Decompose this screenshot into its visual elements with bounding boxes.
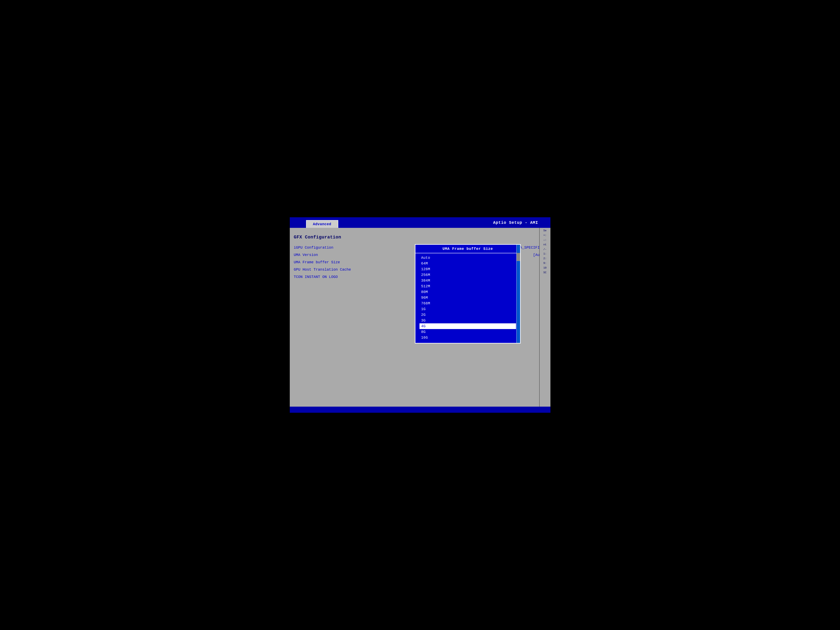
- section-title: GFX Configuration: [294, 235, 546, 240]
- dropdown-option-8g[interactable]: 8G: [420, 329, 516, 335]
- dropdown-popup: UMA Frame buffer Size Auto 64M 128M 256M…: [415, 244, 521, 344]
- help-item-7: 10: [540, 266, 549, 270]
- help-item-1: ↓:: [540, 238, 549, 242]
- dropdown-option-80m[interactable]: 80M: [420, 289, 516, 295]
- dropdown-option-64m[interactable]: 64M: [420, 261, 516, 266]
- help-item-4: 1:: [540, 252, 549, 256]
- help-item-8: SC: [540, 271, 549, 275]
- menu-label-igpu[interactable]: iGPU Configuration: [294, 246, 333, 249]
- dropdown-scrollbar[interactable]: [516, 245, 520, 343]
- dropdown-option-768m[interactable]: 768M: [420, 300, 516, 306]
- main-content: GFX Configuration iGPU Configuration [UM…: [290, 228, 550, 407]
- help-label-se: Se: [540, 229, 549, 232]
- dropdown-option-3g[interactable]: 3G: [420, 317, 516, 323]
- dropdown-option-auto[interactable]: Auto: [420, 255, 516, 261]
- dropdown-option-4g[interactable]: 4G: [420, 323, 516, 329]
- dropdown-scroll-thumb: [516, 253, 520, 261]
- help-item-2: nt: [540, 243, 549, 246]
- help-item-3: /-: [540, 248, 549, 251]
- dropdown-option-128m[interactable]: 128M: [420, 266, 516, 272]
- help-item-0: +:: [540, 234, 549, 237]
- status-bar: [290, 407, 550, 413]
- dropdown-title: UMA Frame buffer Size: [415, 245, 520, 253]
- right-help-panel: Se +: ↓: nt /- 1: 2: 9: 10 SC: [539, 228, 550, 407]
- help-item-6: 9:: [540, 262, 549, 265]
- dropdown-option-1g[interactable]: 1G: [420, 306, 516, 312]
- menu-label-uma-framebuffer[interactable]: UMA Frame buffer Size: [294, 260, 340, 264]
- dropdown-option-2g[interactable]: 2G: [420, 312, 516, 317]
- dropdown-option-16g[interactable]: 16G: [420, 335, 516, 341]
- bios-screen: Advanced Aptio Setup - AMI GFX Configura…: [290, 217, 550, 413]
- dropdown-option-384m[interactable]: 384M: [420, 278, 516, 283]
- header-bar: Advanced Aptio Setup - AMI: [290, 217, 550, 228]
- menu-label-tcon[interactable]: TCON INSTANT ON LOGO: [294, 275, 338, 279]
- tab-advanced[interactable]: Advanced: [306, 220, 338, 228]
- dropdown-option-96m[interactable]: 96M: [420, 295, 516, 300]
- dropdown-option-256m[interactable]: 256M: [420, 272, 516, 278]
- menu-label-gpu-host[interactable]: GPU Host Translation Cache: [294, 268, 351, 272]
- help-item-5: 2:: [540, 257, 549, 261]
- dropdown-list[interactable]: Auto 64M 128M 256M 384M 512M 80M 96M 768…: [415, 253, 520, 343]
- menu-label-uma-version[interactable]: UMA Version: [294, 253, 318, 257]
- dropdown-option-512m[interactable]: 512M: [420, 283, 516, 289]
- header-title: Aptio Setup - AMI: [493, 220, 538, 225]
